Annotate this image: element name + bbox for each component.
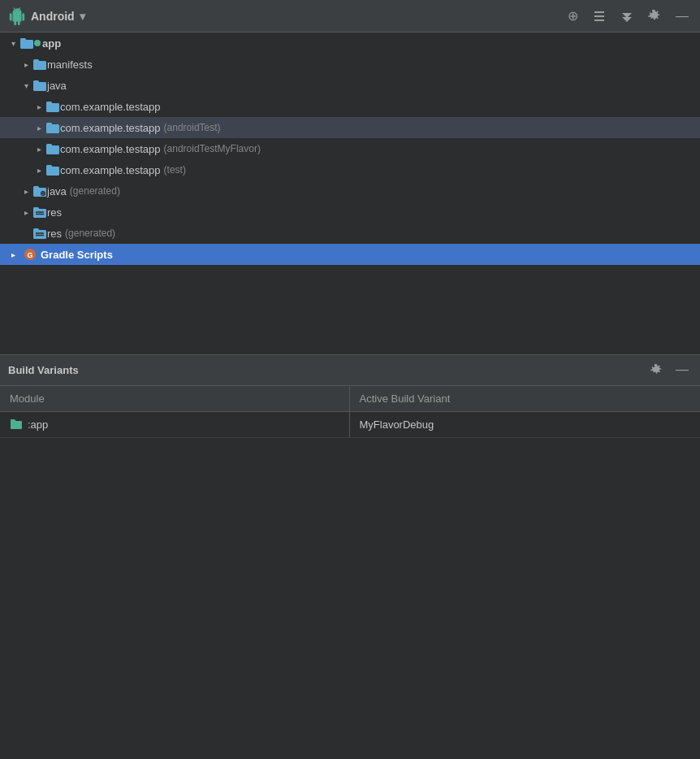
tree-item-java-gen[interactable]: java (generated) [0, 180, 700, 202]
svg-text:G: G [27, 251, 32, 259]
pkg3-label: com.example.testapp [60, 143, 161, 155]
bv-minimize-button[interactable]: — [672, 361, 692, 379]
settings-icon [648, 10, 661, 23]
folder-manifests-icon [32, 59, 47, 70]
bottom-area [0, 438, 700, 760]
gradle-label: Gradle Scripts [41, 249, 113, 261]
expand-arrow-java [19, 79, 32, 92]
expand-arrow-res [19, 206, 32, 219]
bv-settings-button[interactable] [647, 361, 666, 379]
tree-item-manifests[interactable]: manifests [0, 54, 700, 75]
tree-item-res-gen[interactable]: res (generated) [0, 223, 700, 244]
svg-rect-1 [594, 15, 604, 17]
gradle-icon: G [23, 248, 37, 261]
java-label: java [47, 80, 67, 92]
file-tree: app manifests java com.example.testapp [0, 33, 700, 354]
expand-arrow-gradle [6, 248, 19, 261]
pkg4-label: com.example.testapp [60, 164, 161, 176]
tree-item-res[interactable]: res [0, 202, 700, 223]
col-variant-header: Active Build Variant [349, 386, 700, 412]
module-name: :app [28, 419, 48, 431]
expand-arrow-app [6, 37, 19, 50]
toolbar-title: Android ▾ [8, 7, 564, 25]
tree-item-gradle[interactable]: G Gradle Scripts [0, 244, 700, 265]
folder-pkg4-icon [45, 164, 60, 176]
svg-rect-0 [594, 11, 604, 13]
module-folder-icon [10, 419, 23, 430]
expand-arrow-java-gen [19, 184, 32, 197]
table-row: :app MyFlavorDebug [0, 411, 700, 437]
java-gen-label: java [47, 185, 67, 197]
variant-cell[interactable]: MyFlavorDebug [349, 411, 700, 437]
tree-item-app[interactable]: app [0, 33, 700, 54]
app-label: app [42, 37, 61, 50]
manifests-label: manifests [47, 59, 93, 71]
settings-button[interactable] [645, 8, 664, 24]
dropdown-arrow[interactable]: ▾ [80, 10, 85, 23]
build-variants-table: Module Active Build Variant :app [0, 386, 700, 438]
svg-point-5 [41, 191, 45, 196]
res-label: res [47, 206, 62, 219]
tree-item-pkg3[interactable]: com.example.testapp (androidTestMyFlavor… [0, 138, 700, 159]
expand-arrow-pkg2 [32, 121, 45, 134]
bv-actions: — [647, 361, 692, 379]
build-variants-panel: Build Variants — Module Active Build Var… [0, 354, 700, 438]
svg-rect-2 [594, 20, 604, 21]
build-variants-title: Build Variants [8, 364, 647, 376]
expand-arrow-pkg1 [32, 100, 45, 113]
pkg3-suffix: (androidTestMyFlavor) [164, 143, 261, 154]
bv-settings-icon [650, 364, 663, 376]
table-header-row: Module Active Build Variant [0, 386, 700, 412]
toolbar: Android ▾ ⊕ — [0, 0, 700, 33]
expand-icon [620, 10, 633, 23]
folder-java-gen-icon [32, 185, 47, 197]
expand-arrow-pkg3 [32, 142, 45, 155]
main-container: Android ▾ ⊕ — [0, 0, 700, 759]
project-title: Android [31, 10, 75, 23]
module-cell: :app [0, 411, 349, 437]
folder-pkg3-icon [45, 143, 60, 154]
pkg2-label: com.example.testapp [60, 122, 161, 134]
tree-item-pkg4[interactable]: com.example.testapp (test) [0, 159, 700, 180]
tree-item-pkg2[interactable]: com.example.testapp (androidTest) [0, 117, 700, 138]
folder-pkg1-icon [45, 101, 60, 112]
android-icon [8, 7, 26, 25]
variant-value: MyFlavorDebug [360, 419, 434, 431]
collapse-all-icon [593, 10, 606, 23]
folder-res-icon [32, 206, 47, 218]
java-gen-suffix: (generated) [70, 185, 120, 197]
expand-arrow-pkg4 [32, 163, 45, 176]
pkg1-label: com.example.testapp [60, 101, 161, 113]
folder-app-icon [19, 37, 34, 49]
toolbar-actions: ⊕ — [564, 7, 692, 25]
folder-res-gen-icon [32, 228, 47, 239]
pkg4-suffix: (test) [164, 164, 186, 176]
folder-java-icon [32, 80, 47, 91]
pkg2-suffix: (androidTest) [164, 122, 221, 133]
add-button[interactable]: ⊕ [564, 7, 581, 25]
expand-button[interactable] [617, 8, 637, 24]
expand-arrow-manifests [19, 58, 32, 71]
svg-marker-4 [622, 17, 632, 22]
col-module-header: Module [0, 386, 349, 412]
res-gen-suffix: (generated) [65, 228, 115, 239]
folder-pkg2-icon [45, 122, 60, 133]
build-variants-header: Build Variants — [0, 355, 700, 386]
tree-item-java[interactable]: java [0, 75, 700, 96]
collapse-all-button[interactable] [590, 8, 609, 24]
app-dot [34, 40, 41, 46]
res-gen-label: res [47, 228, 62, 240]
tree-item-pkg1[interactable]: com.example.testapp [0, 96, 700, 117]
minimize-button[interactable]: — [672, 7, 692, 25]
